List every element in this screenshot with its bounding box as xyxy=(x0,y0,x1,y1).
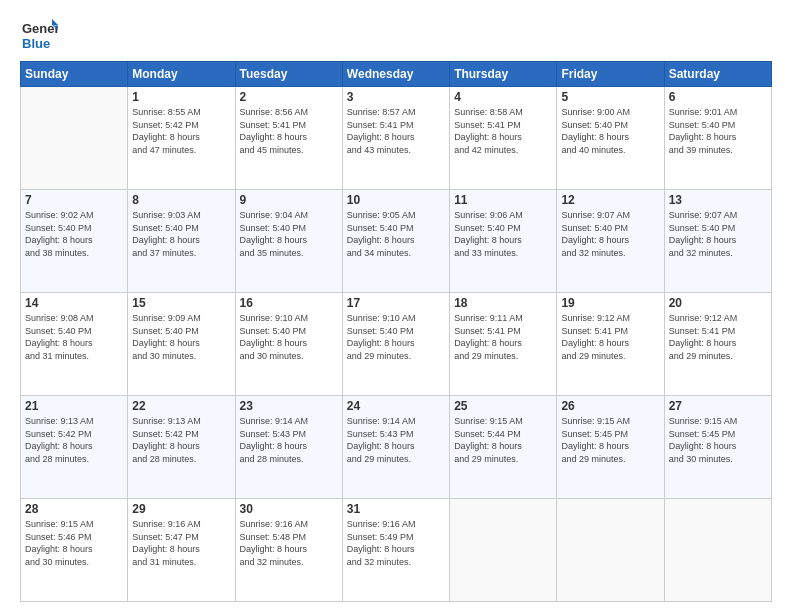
svg-text:Blue: Blue xyxy=(22,36,50,51)
table-row: 30Sunrise: 9:16 AM Sunset: 5:48 PM Dayli… xyxy=(235,499,342,602)
day-number: 7 xyxy=(25,193,123,207)
day-info: Sunrise: 8:55 AM Sunset: 5:42 PM Dayligh… xyxy=(132,106,230,156)
day-number: 29 xyxy=(132,502,230,516)
day-number: 20 xyxy=(669,296,767,310)
day-info: Sunrise: 9:10 AM Sunset: 5:40 PM Dayligh… xyxy=(240,312,338,362)
day-info: Sunrise: 8:57 AM Sunset: 5:41 PM Dayligh… xyxy=(347,106,445,156)
header: General Blue xyxy=(20,15,772,53)
day-info: Sunrise: 9:10 AM Sunset: 5:40 PM Dayligh… xyxy=(347,312,445,362)
day-number: 14 xyxy=(25,296,123,310)
table-row: 28Sunrise: 9:15 AM Sunset: 5:46 PM Dayli… xyxy=(21,499,128,602)
day-info: Sunrise: 9:01 AM Sunset: 5:40 PM Dayligh… xyxy=(669,106,767,156)
day-number: 1 xyxy=(132,90,230,104)
table-row: 19Sunrise: 9:12 AM Sunset: 5:41 PM Dayli… xyxy=(557,293,664,396)
col-header-monday: Monday xyxy=(128,62,235,87)
logo: General Blue xyxy=(20,15,58,53)
day-number: 21 xyxy=(25,399,123,413)
table-row: 6Sunrise: 9:01 AM Sunset: 5:40 PM Daylig… xyxy=(664,87,771,190)
day-info: Sunrise: 9:16 AM Sunset: 5:48 PM Dayligh… xyxy=(240,518,338,568)
day-info: Sunrise: 8:56 AM Sunset: 5:41 PM Dayligh… xyxy=(240,106,338,156)
day-number: 11 xyxy=(454,193,552,207)
day-number: 4 xyxy=(454,90,552,104)
day-info: Sunrise: 9:07 AM Sunset: 5:40 PM Dayligh… xyxy=(669,209,767,259)
table-row xyxy=(21,87,128,190)
day-info: Sunrise: 9:00 AM Sunset: 5:40 PM Dayligh… xyxy=(561,106,659,156)
day-info: Sunrise: 9:13 AM Sunset: 5:42 PM Dayligh… xyxy=(132,415,230,465)
table-row xyxy=(557,499,664,602)
day-info: Sunrise: 9:13 AM Sunset: 5:42 PM Dayligh… xyxy=(25,415,123,465)
table-row: 31Sunrise: 9:16 AM Sunset: 5:49 PM Dayli… xyxy=(342,499,449,602)
day-number: 15 xyxy=(132,296,230,310)
table-row xyxy=(450,499,557,602)
table-row: 11Sunrise: 9:06 AM Sunset: 5:40 PM Dayli… xyxy=(450,190,557,293)
day-info: Sunrise: 9:14 AM Sunset: 5:43 PM Dayligh… xyxy=(240,415,338,465)
day-number: 28 xyxy=(25,502,123,516)
day-number: 23 xyxy=(240,399,338,413)
day-number: 3 xyxy=(347,90,445,104)
day-number: 19 xyxy=(561,296,659,310)
day-info: Sunrise: 9:15 AM Sunset: 5:45 PM Dayligh… xyxy=(561,415,659,465)
day-info: Sunrise: 9:05 AM Sunset: 5:40 PM Dayligh… xyxy=(347,209,445,259)
day-number: 16 xyxy=(240,296,338,310)
table-row: 15Sunrise: 9:09 AM Sunset: 5:40 PM Dayli… xyxy=(128,293,235,396)
col-header-sunday: Sunday xyxy=(21,62,128,87)
table-row: 25Sunrise: 9:15 AM Sunset: 5:44 PM Dayli… xyxy=(450,396,557,499)
day-number: 10 xyxy=(347,193,445,207)
day-info: Sunrise: 8:58 AM Sunset: 5:41 PM Dayligh… xyxy=(454,106,552,156)
day-number: 13 xyxy=(669,193,767,207)
table-row: 2Sunrise: 8:56 AM Sunset: 5:41 PM Daylig… xyxy=(235,87,342,190)
table-row: 24Sunrise: 9:14 AM Sunset: 5:43 PM Dayli… xyxy=(342,396,449,499)
day-info: Sunrise: 9:15 AM Sunset: 5:44 PM Dayligh… xyxy=(454,415,552,465)
table-row: 7Sunrise: 9:02 AM Sunset: 5:40 PM Daylig… xyxy=(21,190,128,293)
table-row: 9Sunrise: 9:04 AM Sunset: 5:40 PM Daylig… xyxy=(235,190,342,293)
table-row: 22Sunrise: 9:13 AM Sunset: 5:42 PM Dayli… xyxy=(128,396,235,499)
day-info: Sunrise: 9:09 AM Sunset: 5:40 PM Dayligh… xyxy=(132,312,230,362)
table-row: 23Sunrise: 9:14 AM Sunset: 5:43 PM Dayli… xyxy=(235,396,342,499)
day-number: 17 xyxy=(347,296,445,310)
table-row: 29Sunrise: 9:16 AM Sunset: 5:47 PM Dayli… xyxy=(128,499,235,602)
table-row: 26Sunrise: 9:15 AM Sunset: 5:45 PM Dayli… xyxy=(557,396,664,499)
table-row: 17Sunrise: 9:10 AM Sunset: 5:40 PM Dayli… xyxy=(342,293,449,396)
day-info: Sunrise: 9:12 AM Sunset: 5:41 PM Dayligh… xyxy=(561,312,659,362)
day-number: 18 xyxy=(454,296,552,310)
day-number: 8 xyxy=(132,193,230,207)
day-info: Sunrise: 9:07 AM Sunset: 5:40 PM Dayligh… xyxy=(561,209,659,259)
day-number: 9 xyxy=(240,193,338,207)
day-info: Sunrise: 9:11 AM Sunset: 5:41 PM Dayligh… xyxy=(454,312,552,362)
table-row: 12Sunrise: 9:07 AM Sunset: 5:40 PM Dayli… xyxy=(557,190,664,293)
day-info: Sunrise: 9:16 AM Sunset: 5:47 PM Dayligh… xyxy=(132,518,230,568)
day-info: Sunrise: 9:04 AM Sunset: 5:40 PM Dayligh… xyxy=(240,209,338,259)
day-info: Sunrise: 9:06 AM Sunset: 5:40 PM Dayligh… xyxy=(454,209,552,259)
day-number: 25 xyxy=(454,399,552,413)
col-header-friday: Friday xyxy=(557,62,664,87)
col-header-thursday: Thursday xyxy=(450,62,557,87)
day-number: 5 xyxy=(561,90,659,104)
day-info: Sunrise: 9:03 AM Sunset: 5:40 PM Dayligh… xyxy=(132,209,230,259)
table-row: 1Sunrise: 8:55 AM Sunset: 5:42 PM Daylig… xyxy=(128,87,235,190)
table-row: 13Sunrise: 9:07 AM Sunset: 5:40 PM Dayli… xyxy=(664,190,771,293)
day-number: 27 xyxy=(669,399,767,413)
table-row: 8Sunrise: 9:03 AM Sunset: 5:40 PM Daylig… xyxy=(128,190,235,293)
table-row: 27Sunrise: 9:15 AM Sunset: 5:45 PM Dayli… xyxy=(664,396,771,499)
day-info: Sunrise: 9:14 AM Sunset: 5:43 PM Dayligh… xyxy=(347,415,445,465)
table-row: 10Sunrise: 9:05 AM Sunset: 5:40 PM Dayli… xyxy=(342,190,449,293)
col-header-saturday: Saturday xyxy=(664,62,771,87)
day-number: 2 xyxy=(240,90,338,104)
day-number: 22 xyxy=(132,399,230,413)
table-row: 5Sunrise: 9:00 AM Sunset: 5:40 PM Daylig… xyxy=(557,87,664,190)
table-row: 16Sunrise: 9:10 AM Sunset: 5:40 PM Dayli… xyxy=(235,293,342,396)
table-row: 20Sunrise: 9:12 AM Sunset: 5:41 PM Dayli… xyxy=(664,293,771,396)
day-info: Sunrise: 9:12 AM Sunset: 5:41 PM Dayligh… xyxy=(669,312,767,362)
table-row: 14Sunrise: 9:08 AM Sunset: 5:40 PM Dayli… xyxy=(21,293,128,396)
table-row: 3Sunrise: 8:57 AM Sunset: 5:41 PM Daylig… xyxy=(342,87,449,190)
table-row: 18Sunrise: 9:11 AM Sunset: 5:41 PM Dayli… xyxy=(450,293,557,396)
day-number: 24 xyxy=(347,399,445,413)
day-info: Sunrise: 9:15 AM Sunset: 5:45 PM Dayligh… xyxy=(669,415,767,465)
day-number: 26 xyxy=(561,399,659,413)
day-info: Sunrise: 9:16 AM Sunset: 5:49 PM Dayligh… xyxy=(347,518,445,568)
day-number: 6 xyxy=(669,90,767,104)
day-info: Sunrise: 9:15 AM Sunset: 5:46 PM Dayligh… xyxy=(25,518,123,568)
table-row xyxy=(664,499,771,602)
page: General Blue SundayMondayTuesdayWednesda… xyxy=(0,0,792,612)
logo-icon: General Blue xyxy=(20,15,58,53)
